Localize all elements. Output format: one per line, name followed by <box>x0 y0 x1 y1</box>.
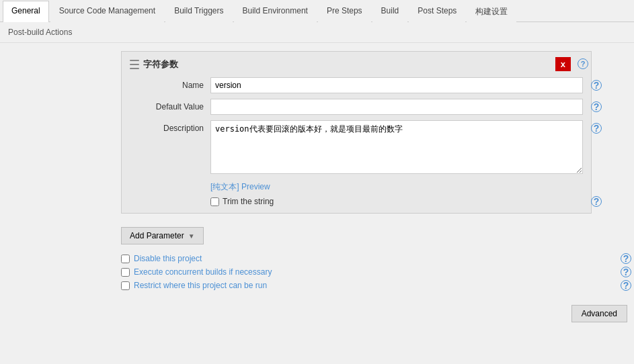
disable-project-help-icon[interactable]: ? <box>621 253 631 264</box>
description-help-icon[interactable]: ? <box>591 123 602 134</box>
plain-text-link[interactable]: [纯文本] <box>210 182 239 191</box>
param-card-help-icon[interactable]: ? <box>578 58 588 69</box>
delete-button[interactable]: x <box>555 57 571 71</box>
trim-row: Trim the string ? <box>130 197 583 206</box>
trim-checkbox[interactable] <box>210 197 219 206</box>
trim-label: Trim the string <box>223 197 274 206</box>
restrict-where-help-icon[interactable]: ? <box>621 280 631 291</box>
tab-pre-steps[interactable]: Pre Steps <box>318 1 371 22</box>
name-label: Name <box>130 77 210 90</box>
tab-build-settings[interactable]: 构建设置 <box>467 1 516 22</box>
description-label: Description <box>130 120 210 133</box>
add-parameter-button[interactable]: Add Parameter ▼ <box>121 227 204 244</box>
default-value-input[interactable] <box>210 99 583 115</box>
breadcrumb: Post-build Actions <box>0 22 634 43</box>
add-parameter-label: Add Parameter <box>130 231 184 240</box>
default-value-row: Default Value ? <box>130 99 583 115</box>
param-card: 字符参数 x ? Name ? Default Value ? Descript… <box>121 51 592 214</box>
main-content: 字符参数 x ? Name ? Default Value ? Descript… <box>0 43 634 334</box>
default-value-label: Default Value <box>130 99 210 111</box>
tab-bar: General Source Code Management Build Tri… <box>0 0 634 22</box>
concurrent-builds-checkbox[interactable] <box>121 268 130 277</box>
drag-handle-icon <box>130 60 139 69</box>
disable-project-label: Disable this project <box>134 254 202 263</box>
concurrent-builds-label: Execute concurrent builds if necessary <box>134 267 272 277</box>
name-help-icon[interactable]: ? <box>591 80 602 91</box>
name-field-wrap <box>210 77 583 93</box>
disable-project-checkbox[interactable] <box>121 255 130 263</box>
checkbox-section: Disable this project ? Execute concurren… <box>121 247 634 301</box>
restrict-where-row: Restrict where this project can be run ? <box>121 281 634 290</box>
concurrent-builds-help-icon[interactable]: ? <box>621 267 631 277</box>
add-param-wrap: Add Parameter ▼ <box>121 222 634 247</box>
tab-build-env[interactable]: Build Environment <box>234 1 317 22</box>
advanced-button[interactable]: Advanced <box>571 305 627 322</box>
tab-scm[interactable]: Source Code Management <box>50 1 164 22</box>
default-value-field-wrap <box>210 99 583 115</box>
bottom-bar: Advanced <box>121 301 634 326</box>
param-card-header: 字符参数 x ? <box>130 58 583 71</box>
concurrent-builds-row: Execute concurrent builds if necessary ? <box>121 267 634 277</box>
restrict-where-label: Restrict where this project can be run <box>134 281 267 290</box>
param-card-title: 字符参数 <box>143 58 178 71</box>
tab-post-steps[interactable]: Post Steps <box>409 1 465 22</box>
description-textarea[interactable]: version代表要回滚的版本好，就是项目最前的数字 <box>210 120 583 174</box>
tab-build[interactable]: Build <box>372 1 408 22</box>
disable-project-row: Disable this project ? <box>121 254 634 263</box>
description-row: Description version代表要回滚的版本好，就是项目最前的数字 ? <box>130 120 583 176</box>
description-field-wrap: version代表要回滚的版本好，就是项目最前的数字 <box>210 120 583 176</box>
tab-general[interactable]: General <box>3 1 49 22</box>
name-row: Name ? <box>130 77 583 93</box>
text-mode-links: [纯文本] Preview <box>130 181 583 193</box>
preview-link[interactable]: Preview <box>241 182 270 191</box>
default-value-help-icon[interactable]: ? <box>591 101 602 112</box>
tab-build-triggers[interactable]: Build Triggers <box>165 1 232 22</box>
restrict-where-checkbox[interactable] <box>121 281 130 290</box>
trim-help-icon[interactable]: ? <box>591 196 602 207</box>
name-input[interactable] <box>210 77 583 93</box>
dropdown-arrow-icon: ▼ <box>188 232 195 240</box>
